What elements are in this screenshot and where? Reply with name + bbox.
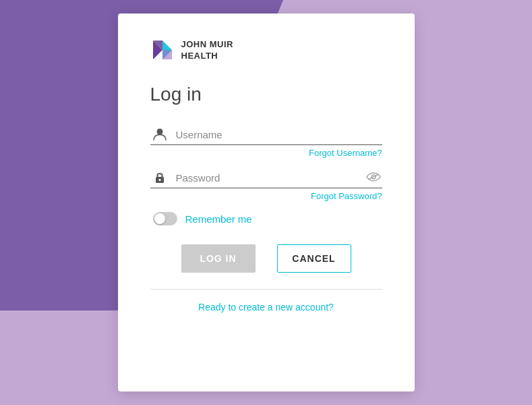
logo-name: JOHN MUIR [181,39,233,51]
toggle-thumb [154,213,165,224]
svg-marker-3 [162,50,172,59]
toggle-password-icon[interactable] [366,169,382,185]
username-field-row [150,127,382,145]
user-icon [150,127,169,142]
svg-rect-6 [158,179,160,181]
remember-me-row: Remember me [150,212,382,225]
password-input[interactable] [176,171,366,185]
create-account-link[interactable]: Ready to create a new account? [150,302,382,313]
logo-icon [150,38,175,62]
cancel-button[interactable]: CANCEL [277,244,351,273]
lock-icon [150,170,169,185]
page-title: Log in [150,84,382,105]
login-button[interactable]: LOG IN [181,244,256,273]
logo-text: JOHN MUIR HEALTH [181,39,233,61]
password-field: Forgot Password? [150,169,382,201]
username-input[interactable] [176,128,382,142]
forgot-password-link[interactable]: Forgot Password? [150,191,382,201]
password-field-row [150,169,382,188]
svg-point-4 [156,129,162,135]
forgot-username-link[interactable]: Forgot Username? [150,148,382,158]
divider [150,289,382,290]
buttons-row: LOG IN CANCEL [150,244,382,273]
username-field: Forgot Username? [150,127,382,158]
login-modal: JOHN MUIR HEALTH Log in Forgot Username? [118,14,415,392]
remember-me-label: Remember me [185,213,252,225]
logo-sub: HEALTH [181,51,233,61]
remember-me-toggle[interactable] [153,212,177,225]
logo-area: JOHN MUIR HEALTH [150,38,382,62]
